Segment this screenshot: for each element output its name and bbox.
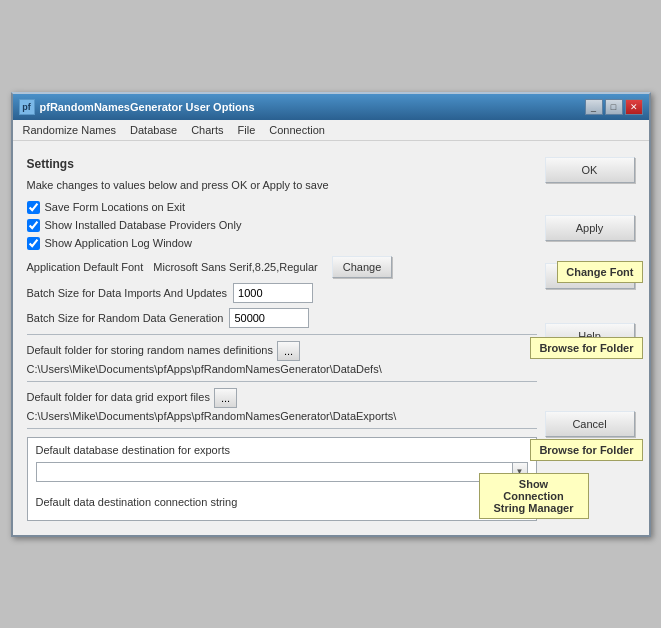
- checkbox-show-providers[interactable]: [27, 219, 40, 232]
- close-button[interactable]: ✕: [625, 99, 643, 115]
- menu-database[interactable]: Database: [124, 122, 183, 138]
- batch-random-label: Batch Size for Random Data Generation: [27, 312, 224, 324]
- window-title: pfRandomNamesGenerator User Options: [40, 101, 255, 113]
- folder-exports-path: C:\Users\Mike\Documents\pfApps\pfRandomN…: [27, 410, 537, 422]
- title-bar: pf pfRandomNamesGenerator User Options _…: [13, 94, 649, 120]
- conn-string-row: Default data destination connection stri…: [36, 490, 528, 514]
- browse-exports-button[interactable]: ...: [214, 388, 237, 408]
- browse-folder1-callout: Browse for Folder: [530, 337, 642, 359]
- folder-exports-row: Default folder for data grid export file…: [27, 388, 537, 422]
- menu-randomize[interactable]: Randomize Names: [17, 122, 123, 138]
- export-destination-select[interactable]: [36, 462, 513, 482]
- font-label: Application Default Font: [27, 261, 144, 273]
- cancel-button[interactable]: Cancel: [545, 411, 635, 437]
- checkbox-row-2: Show Installed Database Providers Only: [27, 219, 537, 232]
- change-font-callout: Change Font: [557, 261, 642, 283]
- batch-random-input[interactable]: [229, 308, 309, 328]
- ok-button[interactable]: OK: [545, 157, 635, 183]
- menu-bar: Randomize Names Database Charts File Con…: [13, 120, 649, 141]
- checkbox-save-form[interactable]: [27, 201, 40, 214]
- conn-string-callout: Show ConnectionString Manager: [479, 473, 589, 519]
- batch-random-row: Batch Size for Random Data Generation: [27, 308, 537, 328]
- checkbox-row-1: Save Form Locations on Exit: [27, 201, 537, 214]
- checkbox-show-log[interactable]: [27, 237, 40, 250]
- font-value: Microsoft Sans Serif,8.25,Regular: [153, 261, 317, 273]
- conn-string-label: Default data destination connection stri…: [36, 496, 479, 508]
- folder-defs-path: C:\Users\Mike\Documents\pfApps\pfRandomN…: [27, 363, 537, 375]
- menu-connection[interactable]: Connection: [263, 122, 331, 138]
- window-icon: pf: [19, 99, 35, 115]
- section-label: Settings: [27, 157, 537, 171]
- minimize-button[interactable]: _: [585, 99, 603, 115]
- maximize-button[interactable]: □: [605, 99, 623, 115]
- font-row: Application Default Font Microsoft Sans …: [27, 256, 537, 278]
- batch-imports-row: Batch Size for Data Imports And Updates: [27, 283, 537, 303]
- checkbox-label-2: Show Installed Database Providers Only: [45, 219, 242, 231]
- export-box: Default database destination for exports…: [27, 437, 537, 521]
- checkbox-row-3: Show Application Log Window: [27, 237, 537, 250]
- export-box-label: Default database destination for exports: [36, 444, 528, 456]
- title-bar-left: pf pfRandomNamesGenerator User Options: [19, 99, 255, 115]
- main-window: pf pfRandomNamesGenerator User Options _…: [11, 92, 651, 537]
- description-text: Make changes to values below and press O…: [27, 179, 537, 191]
- browse-defs-button[interactable]: ...: [277, 341, 300, 361]
- title-bar-controls: _ □ ✕: [585, 99, 643, 115]
- checkbox-label-1: Save Form Locations on Exit: [45, 201, 186, 213]
- folder-defs-label: Default folder for storing random names …: [27, 344, 273, 356]
- folder-defs-row: Default folder for storing random names …: [27, 341, 537, 375]
- menu-charts[interactable]: Charts: [185, 122, 229, 138]
- browse-folder2-callout: Browse for Folder: [530, 439, 642, 461]
- batch-imports-input[interactable]: [233, 283, 313, 303]
- left-panel: Settings Make changes to values below an…: [27, 157, 537, 521]
- checkbox-label-3: Show Application Log Window: [45, 237, 192, 249]
- change-font-button[interactable]: Change: [332, 256, 393, 278]
- apply-button[interactable]: Apply: [545, 215, 635, 241]
- dropdown-row: ▼: [36, 462, 528, 482]
- folder-exports-label: Default folder for data grid export file…: [27, 391, 210, 403]
- batch-imports-label: Batch Size for Data Imports And Updates: [27, 287, 228, 299]
- conn-string-callout-text: Show ConnectionString Manager: [493, 478, 573, 514]
- menu-file[interactable]: File: [232, 122, 262, 138]
